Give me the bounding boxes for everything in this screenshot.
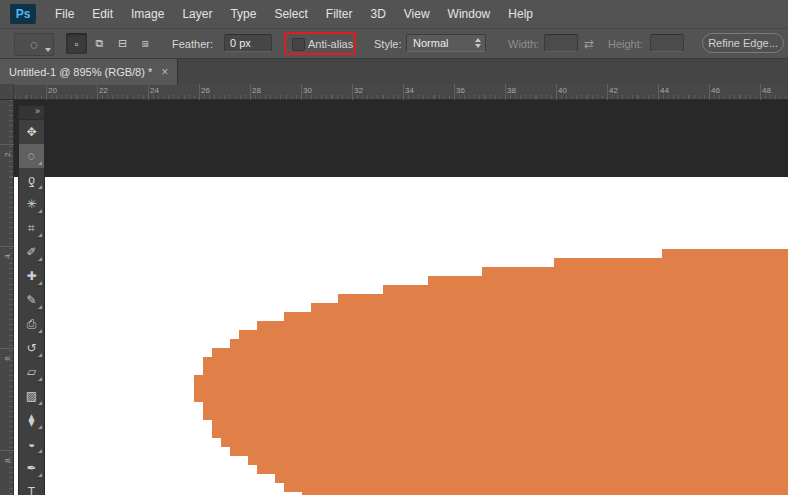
gradient-tool-icon: ▨ [26,389,37,403]
document-tab-strip: Untitled-1 @ 895% (RGB/8) * × [0,58,788,84]
flyout-indicator-icon [38,449,42,453]
tool-preset-picker[interactable]: ◌ [14,33,54,56]
menu-item-edit[interactable]: Edit [83,0,122,28]
elliptical-marquee-tool[interactable]: ◌ [19,144,44,168]
close-icon[interactable]: × [161,65,168,79]
new-selection[interactable]: ▫ [66,33,87,54]
flyout-indicator-icon [38,425,42,429]
menu-item-filter[interactable]: Filter [317,0,362,28]
feather-label: Feather: [172,38,213,50]
menu-item-window[interactable]: Window [439,0,500,28]
eraser-tool[interactable]: ▱ [19,360,44,384]
quick-selection-tool-icon: ✳ [26,197,36,211]
style-selected-value: Normal [413,37,448,49]
ruler-number: 36 [456,86,465,95]
ruler-tick [0,246,14,247]
width-label: Width: [508,38,539,50]
feather-input[interactable]: 0 px [224,34,272,52]
ruler-tick [454,84,455,100]
pen-tool[interactable]: ✒ [19,456,44,480]
flyout-indicator-icon [38,377,42,381]
tools-panel-header[interactable]: » [19,106,44,120]
menu-item-select[interactable]: Select [265,0,316,28]
menu-bar: Ps FileEditImageLayerTypeSelectFilter3DV… [0,0,788,28]
quick-selection-tool[interactable]: ✳ [19,192,44,216]
menu-item-view[interactable]: View [395,0,439,28]
flyout-indicator-icon [38,329,42,333]
crop-tool[interactable]: ⌗ [19,216,44,240]
ruler-tick [505,84,506,100]
ruler-number: 40 [558,86,567,95]
refine-edge-button[interactable]: Refine Edge... [702,33,784,53]
swap-dimensions-icon[interactable]: ⇄ [584,37,594,51]
spot-healing-brush-tool-icon: ✚ [26,269,36,283]
move-tool[interactable]: ✥ [19,120,44,144]
height-label: Height: [608,38,643,50]
style-label: Style: [374,38,402,50]
ruler-number: 2 [3,148,12,162]
ruler-number: 38 [507,86,516,95]
flyout-indicator-icon [38,161,42,165]
menu-item-file[interactable]: File [46,0,83,28]
flyout-indicator-icon [38,401,42,405]
ruler-tick [556,84,557,100]
eyedropper-tool-icon: ✐ [26,245,36,259]
ruler-number: 32 [354,86,363,95]
style-dropdown[interactable]: Normal [406,34,486,52]
height-input[interactable] [650,34,684,52]
horizontal-ruler[interactable]: 202224262830323436384042444648 [0,84,788,100]
vertical-ruler[interactable]: 2468 [0,100,14,495]
type-tool[interactable]: T [19,480,44,495]
add-to-selection[interactable]: ⧉ [89,33,110,54]
type-tool-icon: T [28,485,35,495]
gradient-tool[interactable]: ▨ [19,384,44,408]
ruler-number: 42 [609,86,618,95]
document-tab-title: Untitled-1 @ 895% (RGB/8) * [9,66,152,78]
tools-panel: » ✥◌ƍ✳⌗✐✚✎⎙↺▱▨⧫◒✒T [18,105,45,495]
ruler-tick [199,84,200,100]
ruler-tick [46,84,47,100]
menu-item-layer[interactable]: Layer [173,0,221,28]
ruler-tick [97,84,98,100]
clone-stamp-tool[interactable]: ⎙ [19,312,44,336]
antialias-checkbox[interactable] [292,38,305,51]
elliptical-marquee-tool-icon: ◌ [28,149,35,163]
ruler-number: 44 [660,86,669,95]
flyout-indicator-icon [38,281,42,285]
ruler-tick [658,84,659,100]
intersect-selection[interactable]: ⧈ [135,33,156,54]
eyedropper-tool[interactable]: ✐ [19,240,44,264]
brush-tool[interactable]: ✎ [19,288,44,312]
menu-items: FileEditImageLayerTypeSelectFilter3DView… [46,0,542,28]
flyout-indicator-icon [38,257,42,261]
spot-healing-brush-tool[interactable]: ✚ [19,264,44,288]
ruler-corner [0,84,14,100]
ruler-tick [607,84,608,100]
flyout-indicator-icon [38,185,42,189]
menu-item-image[interactable]: Image [122,0,173,28]
menu-item-3d[interactable]: 3D [361,0,394,28]
menu-item-help[interactable]: Help [499,0,542,28]
width-input[interactable] [544,34,578,52]
ruler-number: 22 [99,86,108,95]
ruler-number: 48 [762,86,771,95]
menu-item-type[interactable]: Type [221,0,265,28]
dodge-tool-icon: ◒ [28,437,35,451]
ruler-tick [0,348,14,349]
ruler-number: 28 [252,86,261,95]
ruler-number: 20 [48,86,57,95]
ruler-number: 8 [3,454,12,468]
lasso-tool[interactable]: ƍ [19,168,44,192]
ruler-tick [403,84,404,100]
ruler-tick [0,450,14,451]
ruler-tick [760,84,761,100]
document-tab[interactable]: Untitled-1 @ 895% (RGB/8) * × [0,59,178,85]
ruler-number: 24 [150,86,159,95]
ruler-tick [709,84,710,100]
flyout-indicator-icon [38,473,42,477]
chevron-down-icon [45,48,51,52]
subtract-from-selection[interactable]: ⊟ [112,33,133,54]
blur-tool[interactable]: ⧫ [19,408,44,432]
history-brush-tool[interactable]: ↺ [19,336,44,360]
dodge-tool[interactable]: ◒ [19,432,44,456]
